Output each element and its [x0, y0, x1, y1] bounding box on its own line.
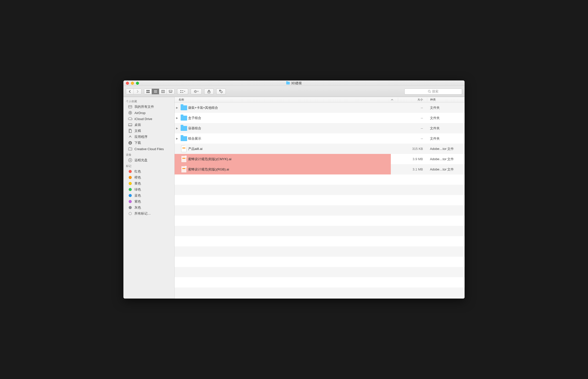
window-title: 3D建模: [123, 81, 465, 85]
tags-button[interactable]: [216, 88, 226, 94]
file-name: 盒子组合: [188, 116, 391, 120]
sidebar-item-label: 下载: [134, 141, 141, 145]
file-kind: 文件夹: [427, 116, 465, 120]
sidebar-tag-item[interactable]: 紫色: [123, 199, 174, 205]
folder-icon: [180, 116, 188, 121]
sidebar-item-label: 文稿: [134, 129, 141, 133]
toolbar: 搜索: [123, 86, 465, 97]
list-view-button[interactable]: [152, 89, 159, 94]
folder-icon: [180, 126, 188, 131]
file-size: --: [398, 106, 427, 110]
sidebar-tag-item[interactable]: 灰色: [123, 205, 174, 211]
close-window-button[interactable]: [126, 82, 129, 85]
svg-rect-2: [146, 92, 148, 93]
sidebar-item-creative-cloud[interactable]: Creative Cloud Files: [123, 146, 174, 152]
svg-rect-14: [182, 90, 183, 91]
empty-row: [175, 236, 465, 246]
svg-rect-12: [180, 90, 181, 91]
sidebar-tag-item[interactable]: 红色: [123, 168, 174, 174]
sidebar-item-airdrop[interactable]: AirDrop: [123, 110, 174, 116]
search-input[interactable]: 搜索: [404, 88, 462, 94]
sidebar-tag-item[interactable]: 绿色: [123, 186, 174, 193]
sidebar-item-label: 我的所有文件: [134, 105, 154, 109]
sort-indicator[interactable]: [391, 99, 398, 101]
sidebar-item-desktop[interactable]: 桌面: [123, 122, 174, 128]
ai-file-icon: [180, 166, 188, 173]
sidebar-tag-item[interactable]: 蓝色: [123, 193, 174, 199]
disclosure-triangle[interactable]: ▶: [175, 137, 180, 140]
sidebar-tag-item[interactable]: 橙色: [123, 174, 174, 180]
window-title-label: 3D建模: [291, 81, 302, 85]
sidebar-item-icloud[interactable]: iCloud Drive: [123, 116, 174, 122]
empty-row: [175, 195, 465, 205]
sidebar-item-downloads[interactable]: 下载: [123, 140, 174, 146]
empty-row: [175, 185, 465, 195]
empty-row: [175, 174, 465, 185]
file-row[interactable]: 产品ai8.ai315 KBAdobe…tor 文件: [175, 144, 465, 154]
column-kind[interactable]: 种类: [427, 98, 465, 102]
folder-row[interactable]: ▶组合展示--文件夹: [175, 133, 465, 144]
nav-buttons: [126, 88, 141, 94]
file-size: 315 KB: [398, 147, 427, 151]
svg-point-32: [129, 212, 132, 215]
disclosure-triangle[interactable]: ▶: [175, 127, 180, 130]
svg-line-21: [430, 92, 431, 93]
column-name[interactable]: 名称: [175, 98, 391, 102]
tag-dot-icon: [128, 187, 132, 192]
file-name: 组合展示: [188, 136, 391, 141]
sidebar-item-documents[interactable]: 文稿: [123, 128, 174, 134]
empty-row: [175, 205, 465, 216]
coverflow-view-button[interactable]: [167, 89, 174, 94]
minimize-window-button[interactable]: [131, 82, 134, 85]
svg-rect-1: [148, 90, 150, 91]
sidebar-tag-item[interactable]: 黄色: [123, 180, 174, 186]
empty-row: [175, 267, 465, 277]
ai-file-icon: [180, 145, 188, 152]
file-kind: 文件夹: [427, 126, 465, 131]
forward-button[interactable]: [134, 89, 141, 94]
action-button[interactable]: [191, 88, 202, 94]
sidebar-item-applications[interactable]: 应用程序: [123, 134, 174, 140]
file-row[interactable]: 蜜蜂设计规范(初版)(CMYK).ai3.9 MBAdobe…tor 文件: [175, 154, 465, 164]
icon-view-button[interactable]: [144, 89, 152, 94]
file-name: 容器组合: [188, 126, 391, 131]
column-size[interactable]: 大小: [398, 98, 427, 102]
empty-row: [175, 246, 465, 257]
svg-point-26: [130, 113, 130, 113]
column-view-button[interactable]: [159, 89, 167, 94]
sidebar-tag-item[interactable]: 所有标记…: [123, 211, 174, 217]
file-row[interactable]: 蜜蜂设计规范(初版)(RGB).ai3.1 MBAdobe…tor 文件: [175, 164, 465, 174]
disclosure-triangle[interactable]: ▶: [175, 117, 180, 119]
folder-row[interactable]: ▶盒子组合--文件夹: [175, 113, 465, 123]
arrange-button[interactable]: [177, 88, 188, 94]
sidebar-item-label: 蓝色: [134, 193, 141, 198]
empty-row: [175, 257, 465, 267]
file-kind: 文件夹: [427, 106, 465, 110]
file-size: --: [398, 137, 427, 140]
back-button[interactable]: [126, 89, 134, 94]
zoom-window-button[interactable]: [136, 82, 139, 85]
svg-point-30: [128, 158, 132, 162]
folder-row[interactable]: ▶容器组合--文件夹: [175, 123, 465, 133]
sidebar-item-all-files[interactable]: 我的所有文件: [123, 104, 174, 110]
file-name: 产品ai8.ai: [188, 147, 391, 151]
ai-file-icon: [180, 156, 188, 162]
sidebar: 个人收藏 我的所有文件 AirDrop iCloud Drive 桌面 文稿: [123, 97, 175, 299]
svg-point-20: [428, 90, 430, 92]
file-name: 蜜蜂设计规范(初版)(CMYK).ai: [188, 157, 391, 161]
empty-row: [175, 277, 465, 288]
file-size: 3.9 MB: [398, 154, 427, 164]
svg-point-16: [195, 90, 196, 92]
remote-disc-icon: [128, 158, 132, 162]
share-button[interactable]: [204, 88, 214, 94]
disclosure-triangle[interactable]: ▶: [175, 106, 180, 109]
titlebar: 3D建模: [123, 80, 465, 86]
tag-dot-icon: [128, 175, 132, 180]
search-icon: [428, 90, 431, 93]
desktop-icon: [128, 123, 132, 127]
documents-icon: [128, 129, 132, 133]
svg-rect-15: [182, 92, 183, 93]
file-name: 袋装+卡装+其他组合: [188, 106, 391, 110]
sidebar-item-remote-disc[interactable]: 远程光盘: [123, 157, 174, 163]
folder-row[interactable]: ▶袋装+卡装+其他组合--文件夹: [175, 103, 465, 113]
